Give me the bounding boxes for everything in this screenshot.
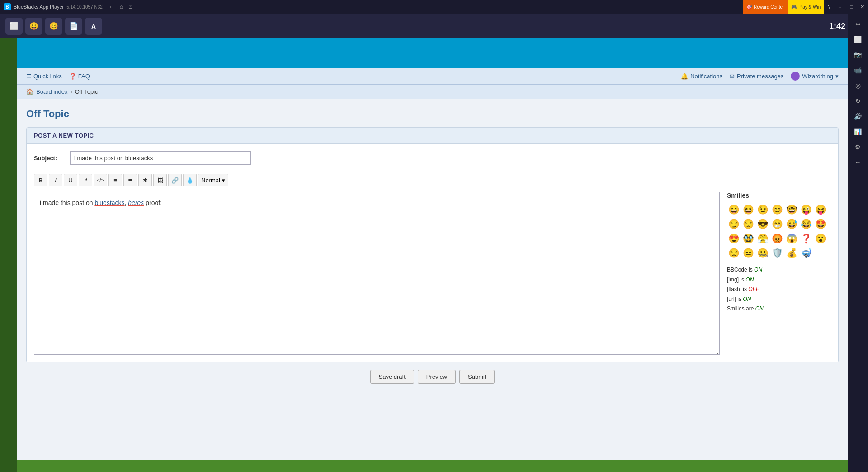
breadcrumb-home-link[interactable]: Board index [36, 88, 67, 95]
reward-label: Reward Center [754, 5, 784, 10]
image-icon: 🖼 [157, 177, 163, 184]
smiley-16[interactable]: 🥸 [741, 232, 755, 245]
smiley-12[interactable]: 😅 [785, 217, 798, 231]
smiley-10[interactable]: 😎 [756, 217, 769, 231]
quick-links-button[interactable]: ☰ Quick links [26, 73, 62, 80]
color-button[interactable]: 💧 [183, 174, 197, 186]
smiley-24[interactable]: 🤐 [756, 246, 769, 260]
right-volume-icon[interactable]: 🔊 [851, 110, 865, 123]
bbcode-label: BBCode is [727, 267, 753, 273]
url-label: [url] is [727, 296, 741, 302]
smiley-8[interactable]: 😏 [727, 217, 741, 231]
link-button[interactable]: 🔗 [168, 174, 182, 186]
playnwin-icon: 🎮 [791, 5, 797, 10]
italic-button[interactable]: I [49, 174, 62, 186]
smiley-7[interactable]: 😝 [814, 203, 827, 216]
quote-button[interactable]: ❝ [79, 174, 92, 186]
smiley-6[interactable]: 😜 [799, 203, 813, 216]
smiley-27[interactable]: 🤿 [799, 246, 813, 260]
toolbar-face1-button[interactable]: 😀 [25, 18, 42, 35]
maximize-button[interactable]: □ [846, 0, 857, 14]
bbcode-status: ON [754, 267, 762, 273]
smiley-5[interactable]: 🤓 [785, 203, 798, 216]
smiley-18[interactable]: 😡 [770, 232, 784, 245]
toolbar-document-button[interactable]: 📄 [65, 18, 82, 35]
private-messages-button[interactable]: ✉ Private messages [730, 73, 783, 80]
bold-button[interactable]: B [34, 174, 47, 186]
smiley-4[interactable]: 😊 [770, 203, 784, 216]
preview-button[interactable]: Preview [418, 370, 456, 384]
smiley-21[interactable]: 😮 [814, 232, 827, 245]
smiley-15[interactable]: 😍 [727, 232, 741, 245]
menu-icon: ☰ [26, 73, 32, 80]
nav-restore[interactable]: ⊡ [127, 4, 135, 10]
smiley-26[interactable]: 💰 [785, 246, 798, 260]
smiley-23[interactable]: 😑 [741, 246, 755, 260]
right-expand-icon[interactable]: ⇔ [851, 17, 865, 31]
bluestacks-toolbar: ⬜ 😀 😊 📄 A 1:42 [0, 14, 868, 38]
special-button[interactable]: ✱ [138, 174, 152, 186]
smiley-17[interactable]: 😤 [756, 232, 769, 245]
notifications-label: Notifications [690, 73, 722, 80]
smiley-13[interactable]: 😂 [799, 217, 813, 231]
right-settings-icon[interactable]: ⚙ [851, 140, 865, 154]
right-location-icon[interactable]: ◎ [851, 79, 865, 92]
smiley-20[interactable]: ❓ [799, 232, 813, 245]
right-camera-icon[interactable]: 📹 [851, 63, 865, 77]
close-button[interactable]: ✕ [857, 0, 868, 14]
flash-status-row: [flash] is OFF [727, 285, 831, 295]
nav-back[interactable]: ← [107, 4, 116, 10]
save-draft-button[interactable]: Save draft [370, 370, 414, 384]
smiley-9[interactable]: 😒 [741, 217, 755, 231]
right-stats-icon[interactable]: 📊 [851, 125, 865, 138]
smiley-1[interactable]: 😄 [727, 203, 741, 216]
titlebar: B BlueStacks App Player 5.14.10.1057 N32… [0, 0, 868, 14]
font-size-label: Normal [201, 177, 220, 184]
smilies-are-label: Smilies are [727, 305, 754, 312]
unordered-list-button[interactable]: ≡ [108, 174, 122, 186]
editor-toolbar: B I U ❝ </> ≡ ≣ ✱ 🖼 🔗 💧 Normal ▾ [34, 171, 831, 189]
image-button[interactable]: 🖼 [153, 174, 167, 186]
url-status-row: [url] is ON [727, 295, 831, 305]
toolbar-text-button[interactable]: A [85, 18, 102, 35]
color-icon: 💧 [186, 177, 193, 184]
smiley-22[interactable]: 😒 [727, 246, 741, 260]
smiley-11[interactable]: 😁 [770, 217, 784, 231]
smiley-3[interactable]: 😉 [756, 203, 769, 216]
user-menu-button[interactable]: Wizardthing ▾ [791, 72, 839, 81]
right-arrow-left-icon[interactable]: ← [851, 156, 865, 169]
post-form-body: Subject: B I U ❝ </> ≡ ≣ ✱ 🖼 🔗 💧 [27, 144, 838, 362]
play-win-button[interactable]: 🎮 Play & Win [788, 0, 824, 14]
ordered-list-icon: ≣ [128, 177, 133, 184]
font-size-select[interactable]: Normal ▾ [198, 174, 228, 186]
smiley-25[interactable]: 🛡️ [770, 246, 784, 260]
smiley-14[interactable]: 🤩 [814, 217, 827, 231]
subject-row: Subject: [34, 151, 831, 165]
faq-button[interactable]: ❓ FAQ [69, 73, 90, 80]
envelope-icon: ✉ [730, 73, 735, 80]
ordered-list-button[interactable]: ≣ [123, 174, 137, 186]
text-editor[interactable]: i made this post on bluestacks, heres pr… [34, 192, 720, 355]
smiley-19[interactable]: 😱 [785, 232, 798, 245]
editor-text-content: i made this post on bluestacks, heres pr… [40, 199, 162, 206]
underline-button[interactable]: U [64, 174, 77, 186]
notifications-button[interactable]: 🔔 Notifications [681, 73, 722, 80]
code-button[interactable]: </> [94, 174, 107, 186]
reward-center-button[interactable]: 🎯 Reward Center [743, 0, 788, 14]
right-record-icon[interactable]: ⬜ [851, 33, 865, 46]
subject-input[interactable] [70, 151, 251, 165]
link-heres: heres [128, 199, 144, 206]
right-screenshot-icon[interactable]: 📷 [851, 48, 865, 62]
flash-status: OFF [748, 286, 759, 292]
help-button[interactable]: ? [824, 0, 834, 14]
link-bluestacks: bluestacks [94, 199, 124, 206]
right-rotate-icon[interactable]: ↻ [851, 94, 865, 108]
nav-home[interactable]: ⌂ [118, 4, 125, 10]
faq-label: FAQ [78, 73, 90, 80]
smiley-2[interactable]: 😆 [741, 203, 755, 216]
titlebar-nav: ← ⌂ ⊡ [107, 4, 135, 10]
minimize-button[interactable]: － [834, 0, 846, 14]
submit-button[interactable]: Submit [459, 370, 495, 384]
toolbar-face2-button[interactable]: 😊 [45, 18, 62, 35]
toolbar-home-button[interactable]: ⬜ [5, 18, 23, 35]
